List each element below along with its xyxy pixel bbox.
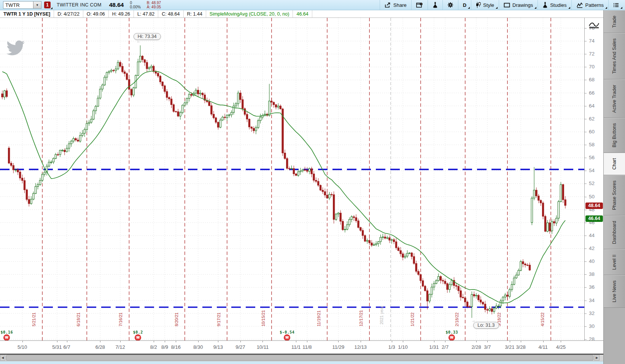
candle-body[interactable] [447,283,448,290]
candle-body[interactable] [549,223,550,231]
candle-body[interactable] [55,155,56,158]
candle-body[interactable] [226,115,228,118]
candle-body[interactable] [502,297,504,301]
candle-body[interactable] [313,174,315,180]
candle-body[interactable] [496,306,497,308]
candle-body[interactable] [75,139,76,140]
candle-body[interactable] [244,109,246,114]
candle-body[interactable] [525,264,526,265]
candle-body[interactable] [322,190,323,191]
candle-body[interactable] [215,118,217,122]
candle-body[interactable] [306,170,308,171]
candle-body[interactable] [66,148,68,152]
candle-body[interactable] [440,277,441,280]
candle-body[interactable] [558,201,559,218]
candle-body[interactable] [471,294,472,307]
candle-body[interactable] [213,114,215,118]
candle-body[interactable] [297,172,299,176]
candle-body[interactable] [39,180,41,185]
candle-body[interactable] [237,93,239,104]
candle-body[interactable] [224,117,226,118]
candle-body[interactable] [484,304,486,309]
symbol-input[interactable] [3,2,33,8]
candle-body[interactable] [413,256,415,263]
candle-body[interactable] [469,307,470,307]
candle-body[interactable] [93,111,94,119]
candle-body[interactable] [529,265,530,270]
candle-body[interactable] [371,243,372,245]
candle-body[interactable] [480,300,482,302]
candle-body[interactable] [426,291,428,301]
candle-body[interactable] [384,237,386,238]
candle-body[interactable] [111,70,112,71]
candle-body[interactable] [8,148,10,163]
candle-body[interactable] [208,102,210,106]
candle-body[interactable] [144,60,145,62]
candle-body[interactable] [398,248,399,250]
candle-body[interactable] [418,271,419,274]
candle-body[interactable] [378,242,379,244]
candle-body[interactable] [424,286,426,291]
studies-button[interactable]: Studies [538,0,571,10]
candle-body[interactable] [122,66,123,72]
candle-body[interactable] [235,104,237,106]
sidebar-tab-active-trader[interactable]: Active Trader [604,79,625,118]
candle-body[interactable] [277,106,279,107]
candle-body[interactable] [315,180,317,181]
candle-body[interactable] [248,119,250,127]
candle-body[interactable] [493,308,495,312]
candle-body[interactable] [229,115,230,115]
candle-body[interactable] [436,280,437,283]
candle-body[interactable] [62,150,63,150]
tool-button[interactable]: ! [411,0,428,10]
candle-body[interactable] [518,271,519,275]
candle-body[interactable] [544,216,546,231]
candle-body[interactable] [35,187,37,193]
candle-body[interactable] [547,223,548,231]
candle-body[interactable] [295,174,297,176]
candle-body[interactable] [364,236,366,241]
candle-body[interactable] [335,214,337,219]
candle-body[interactable] [197,90,199,94]
candle-body[interactable] [473,294,475,296]
candle-body[interactable] [113,70,114,71]
candle-body[interactable] [553,222,555,223]
candle-body[interactable] [311,169,312,174]
candle-body[interactable] [157,73,159,76]
candle-body[interactable] [177,112,179,116]
candle-body[interactable] [159,76,161,82]
horizontal-scrollbar[interactable]: ◀ ▶ [0,355,603,361]
sidebar-tab-chart[interactable]: Chart [604,153,625,175]
candle-body[interactable] [162,82,163,86]
candle-body[interactable] [211,106,212,114]
sidebar-tab-phase-scores[interactable]: Phase Scores [604,175,625,215]
candle-body[interactable] [64,150,65,152]
date-axis[interactable]: 5/105/316/76/287/128/28/98/168/309/139/2… [0,340,603,354]
candle-body[interactable] [233,106,234,112]
candle-body[interactable] [369,241,370,243]
candle-body[interactable] [491,309,493,311]
scroll-left-arrow[interactable]: ◀ [0,355,5,361]
candle-body[interactable] [104,77,105,85]
candle-body[interactable] [415,263,417,271]
candle-body[interactable] [195,90,197,93]
candle-body[interactable] [48,162,50,166]
scrollbar-thumb[interactable] [6,355,593,361]
candle-body[interactable] [155,71,157,73]
candle-body[interactable] [108,71,110,73]
candle-body[interactable] [353,217,355,217]
drawings-button[interactable]: Drawings [499,0,538,10]
candle-body[interactable] [460,291,461,297]
candle-body[interactable] [520,262,522,271]
candle-body[interactable] [551,222,553,231]
candle-body[interactable] [509,290,510,296]
candle-body[interactable] [347,225,348,229]
candle-body[interactable] [86,123,87,130]
candle-body[interactable] [389,238,390,240]
candle-body[interactable] [130,89,132,95]
candle-body[interactable] [351,217,352,219]
candle-body[interactable] [175,111,177,112]
candle-body[interactable] [522,262,524,264]
candle-body[interactable] [538,196,539,201]
candle-body[interactable] [17,170,19,172]
